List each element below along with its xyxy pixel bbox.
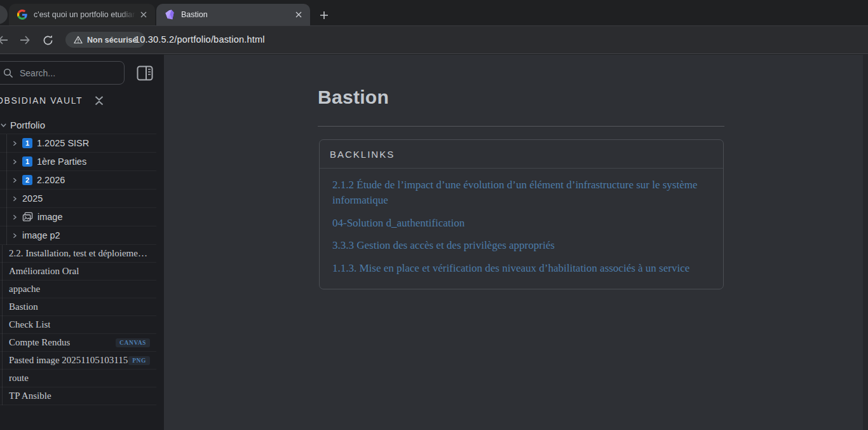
tab-title: c'est quoi un portfolio etudiant	[34, 10, 138, 19]
folder-label: 2025	[22, 193, 43, 204]
tab-search-button[interactable]	[0, 5, 8, 24]
chevron-right-icon	[11, 195, 18, 202]
folder-label: image	[37, 212, 63, 222]
warning-icon	[74, 36, 83, 44]
close-icon[interactable]	[138, 9, 149, 20]
file-item[interactable]: appache	[0, 281, 156, 298]
page-content: OBSIDIAN VAULT Portfolio	[0, 55, 868, 430]
search-icon	[3, 68, 13, 78]
vault-sidebar: OBSIDIAN VAULT Portfolio	[0, 55, 164, 430]
backlink[interactable]: 3.3.3 Gestion des accès et des privilège…	[332, 238, 710, 253]
collapse-all-icon[interactable]	[93, 94, 105, 107]
file-label: Bastion	[9, 302, 38, 312]
browser-toolbar: Non sécurisé 10.30.5.2/portfolio/bastion…	[0, 25, 868, 54]
back-icon[interactable]	[0, 32, 11, 48]
file-label: Check List	[9, 319, 50, 330]
file-item[interactable]: Compte Rendus CANVAS	[0, 334, 156, 352]
vault-title: OBSIDIAN VAULT	[0, 95, 83, 106]
folder-item[interactable]: image	[0, 208, 156, 226]
folder-number-badge: 1	[22, 138, 32, 148]
file-type-badge: PNG	[128, 356, 150, 365]
folder-item[interactable]: 1 1.2025 SISR	[0, 134, 156, 153]
backlinks-panel: BACKLINKS 2.1.2 Étude de l’impact d’une …	[319, 139, 724, 289]
file-item[interactable]: Check List	[0, 316, 156, 334]
title-divider	[318, 126, 724, 127]
folder-number-badge: 1	[22, 156, 32, 167]
chevron-right-icon	[11, 177, 18, 184]
search-input[interactable]	[20, 68, 109, 78]
tab-strip: c'est quoi un portfolio etudiant Bastion	[0, 0, 868, 25]
file-label: appache	[9, 284, 40, 295]
page-title: Bastion	[318, 87, 389, 108]
image-icon	[22, 212, 33, 223]
google-favicon	[17, 10, 27, 20]
chevron-down-icon	[0, 121, 7, 128]
file-list: 2.2. Installation, test et déploiement ……	[0, 245, 156, 405]
folder-list: 1 1.2025 SISR 1 1ère Parties	[0, 134, 156, 245]
folder-label: image p2	[22, 230, 60, 240]
security-chip[interactable]: Non sécurisé	[65, 32, 146, 48]
folder-label: 1.2025 SISR	[37, 138, 89, 148]
vault-header: OBSIDIAN VAULT	[0, 94, 105, 107]
file-item[interactable]: Amélioration Oral	[0, 263, 156, 281]
folder-item[interactable]: 1 1ère Parties	[0, 153, 156, 171]
address-bar-url[interactable]: 10.30.5.2/portfolio/bastion.html	[135, 32, 265, 48]
file-item[interactable]: route	[0, 370, 156, 387]
file-type-badge: CANVAS	[116, 338, 150, 347]
backlinks-header: BACKLINKS	[320, 140, 723, 169]
file-label: route	[9, 373, 29, 384]
browser-window: c'est quoi un portfolio etudiant Bastion	[0, 0, 868, 430]
backlink[interactable]: 2.1.2 Étude de l’impact d’une évolution …	[332, 177, 710, 208]
chevron-right-icon	[11, 158, 18, 165]
file-tree: Portfolio 1 1.2025 SISR	[0, 116, 156, 405]
new-tab-icon[interactable]	[315, 6, 333, 24]
chevron-right-icon	[11, 140, 18, 147]
folder-item[interactable]: image p2	[0, 226, 156, 245]
file-item[interactable]: Bastion	[0, 298, 156, 316]
backlink[interactable]: 04-Solution d_authentification	[332, 216, 710, 231]
file-item[interactable]: TP Ansible	[0, 387, 156, 405]
file-label: Compte Rendus	[9, 337, 70, 348]
backlinks-list: 2.1.2 Étude de l’impact d’une évolution …	[320, 169, 723, 289]
tab-bastion[interactable]: Bastion	[156, 4, 310, 25]
close-icon[interactable]	[293, 9, 304, 20]
folder-label: 2.2026	[37, 175, 65, 185]
panel-toggle-icon[interactable]	[135, 64, 154, 82]
file-label: TP Ansible	[9, 391, 51, 401]
obsidian-favicon	[165, 10, 175, 20]
file-item[interactable]: 2.2. Installation, test et déploiement …	[0, 245, 156, 263]
reload-icon[interactable]	[39, 32, 56, 48]
tab-title: Bastion	[181, 10, 293, 19]
folder-item[interactable]: 2025	[0, 190, 156, 208]
file-label: Amélioration Oral	[9, 266, 79, 277]
chevron-right-icon	[11, 214, 18, 221]
folder-item[interactable]: 2 2.2026	[0, 171, 156, 190]
file-label: 2.2. Installation, test et déploiement …	[9, 248, 152, 259]
security-chip-label: Non sécurisé	[87, 36, 137, 45]
file-label: Pasted image 20251105103115	[9, 355, 128, 366]
folder-number-badge: 2	[22, 175, 32, 185]
folder-label: Portfolio	[10, 120, 45, 130]
search-box[interactable]	[0, 61, 125, 85]
folder-item-portfolio[interactable]: Portfolio	[0, 116, 156, 134]
backlink[interactable]: 1.1.3. Mise en place et vérification des…	[332, 261, 710, 276]
forward-icon[interactable]	[17, 32, 33, 48]
folder-label: 1ère Parties	[37, 156, 86, 167]
scrollbar[interactable]	[863, 55, 868, 430]
chevron-right-icon	[11, 232, 18, 239]
file-item[interactable]: Pasted image 20251105103115 PNG	[0, 352, 156, 370]
tab-portfolio-search[interactable]: c'est quoi un portfolio etudiant	[9, 4, 155, 25]
